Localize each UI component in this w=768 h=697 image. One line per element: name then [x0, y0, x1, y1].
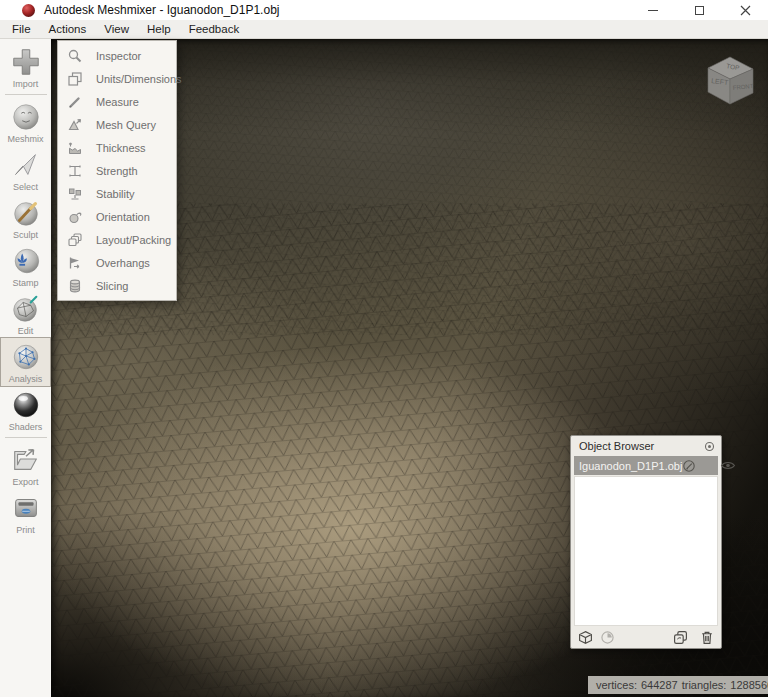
menu-item-units-dimensions[interactable]: Units/Dimensions	[58, 67, 176, 90]
object-browser-toolbar	[571, 626, 721, 648]
slicing-icon	[67, 278, 83, 294]
menu-item-label: Measure	[96, 96, 139, 108]
menu-item-label: Thickness	[96, 142, 146, 154]
menu-item-thickness[interactable]: Thickness	[58, 136, 176, 159]
menu-item-inspector[interactable]: Inspector	[58, 44, 176, 67]
toolbar-item-shaders[interactable]: Shaders	[1, 386, 50, 434]
duplicate-object-icon[interactable]	[673, 630, 688, 645]
toolbar-separator	[5, 94, 47, 95]
toolbar-item-label: Shaders	[9, 422, 43, 432]
minimize-icon	[648, 10, 658, 11]
menu-item-layout-packing[interactable]: Layout/Packing	[58, 228, 176, 251]
import-icon	[10, 46, 42, 78]
menu-item-stability[interactable]: Stability	[58, 182, 176, 205]
object-browser-panel: Object Browser Iguanodon_D1P1.obj	[570, 435, 722, 649]
edit-icon	[10, 293, 42, 325]
close-button[interactable]	[722, 0, 768, 20]
app-window: Autodesk Meshmixer - Iguanodon_D1P1.obj …	[0, 0, 768, 697]
toolbar-item-edit[interactable]: Edit	[1, 290, 50, 338]
menu-item-label: Slicing	[96, 280, 128, 292]
toolbar-item-label: Analysis	[9, 374, 43, 384]
menu-help[interactable]: Help	[138, 23, 180, 35]
measure-icon	[67, 94, 83, 110]
toolbar-item-label: Print	[16, 525, 35, 535]
object-row-iguanodon[interactable]: Iguanodon_D1P1.obj	[574, 456, 718, 475]
analysis-icon	[10, 341, 42, 373]
toolbar-item-export[interactable]: Export	[1, 441, 50, 489]
maximize-icon	[695, 6, 704, 15]
visibility-eye-icon[interactable]	[720, 460, 736, 471]
menu-item-label: Overhangs	[96, 257, 150, 269]
analysis-menu: Inspector Units/Dimensions Measure Mesh …	[57, 40, 177, 301]
menu-feedback[interactable]: Feedback	[180, 23, 249, 35]
maximize-button[interactable]	[676, 0, 722, 20]
panel-pin-button[interactable]	[704, 441, 715, 452]
view-cube[interactable]: TOP LEFT FRONT	[699, 47, 763, 111]
triangles-label: triangles:	[682, 679, 727, 691]
toolbar-item-analysis[interactable]: Analysis	[1, 338, 50, 386]
toolbar-item-label: Select	[13, 182, 38, 192]
toolbar-separator	[5, 437, 47, 438]
toolbar-item-import[interactable]: Import	[1, 43, 50, 91]
triangles-count: 1288566	[730, 679, 768, 691]
menu-file[interactable]: File	[3, 23, 40, 35]
menu-item-label: Strength	[96, 165, 138, 177]
toolbar-item-label: Stamp	[12, 278, 38, 288]
select-icon	[10, 149, 42, 181]
window-title: Autodesk Meshmixer - Iguanodon_D1P1.obj	[44, 3, 279, 17]
toolbar-item-label: Edit	[18, 326, 34, 336]
print-icon	[10, 492, 42, 524]
toolbar-item-stamp[interactable]: Stamp	[1, 242, 50, 290]
mesh-query-icon	[67, 117, 83, 133]
left-toolbar: Import Meshmix Select	[0, 39, 51, 697]
menu-item-label: Layout/Packing	[96, 234, 171, 246]
export-icon	[10, 444, 42, 476]
overhangs-icon	[67, 255, 83, 271]
toolbar-item-select[interactable]: Select	[1, 146, 50, 194]
menu-bar: File Actions View Help Feedback	[0, 20, 768, 39]
menu-item-orientation[interactable]: Orientation	[58, 205, 176, 228]
menu-item-mesh-query[interactable]: Mesh Query	[58, 113, 176, 136]
status-bar: vertices: 644287 triangles: 1288566	[588, 676, 768, 694]
stability-icon	[67, 186, 83, 202]
inspector-icon	[67, 48, 83, 64]
object-name: Iguanodon_D1P1.obj	[579, 460, 682, 472]
toolbar-item-label: Export	[12, 477, 38, 487]
menu-item-label: Mesh Query	[96, 119, 156, 131]
add-primitive-cube-icon[interactable]	[578, 630, 593, 645]
vertices-label: vertices:	[596, 679, 637, 691]
toolbar-item-meshmix[interactable]: Meshmix	[1, 98, 50, 146]
toolbar-item-label: Import	[13, 79, 39, 89]
menu-item-label: Inspector	[96, 50, 141, 62]
object-list-area[interactable]	[574, 476, 718, 626]
toolbar-item-label: Meshmix	[7, 134, 43, 144]
menu-item-strength[interactable]: Strength	[58, 159, 176, 182]
menu-view[interactable]: View	[95, 23, 138, 35]
delete-trash-icon[interactable]	[700, 630, 714, 645]
menu-item-slicing[interactable]: Slicing	[58, 274, 176, 297]
units-dimensions-icon	[67, 71, 83, 87]
shaders-icon	[10, 389, 42, 421]
object-browser-header[interactable]: Object Browser	[571, 436, 721, 456]
vertices-count: 644287	[641, 679, 678, 691]
strength-icon	[67, 163, 83, 179]
menu-actions[interactable]: Actions	[40, 23, 96, 35]
history-clock-icon[interactable]	[600, 630, 615, 645]
window-controls	[630, 0, 768, 20]
menu-item-measure[interactable]: Measure	[58, 90, 176, 113]
close-icon	[740, 5, 751, 16]
toolbar-item-print[interactable]: Print	[1, 489, 50, 537]
menu-item-label: Stability	[96, 188, 135, 200]
edit-object-icon[interactable]	[682, 459, 696, 473]
layout-packing-icon	[67, 232, 83, 248]
menu-item-label: Orientation	[96, 211, 150, 223]
pin-icon	[704, 441, 715, 452]
minimize-button[interactable]	[630, 0, 676, 20]
object-browser-title: Object Browser	[579, 440, 654, 452]
toolbar-item-sculpt[interactable]: Sculpt	[1, 194, 50, 242]
meshmixer-logo-icon	[22, 4, 35, 17]
stamp-icon	[10, 245, 42, 277]
title-bar: Autodesk Meshmixer - Iguanodon_D1P1.obj	[0, 0, 768, 20]
sculpt-icon	[10, 197, 42, 229]
menu-item-overhangs[interactable]: Overhangs	[58, 251, 176, 274]
